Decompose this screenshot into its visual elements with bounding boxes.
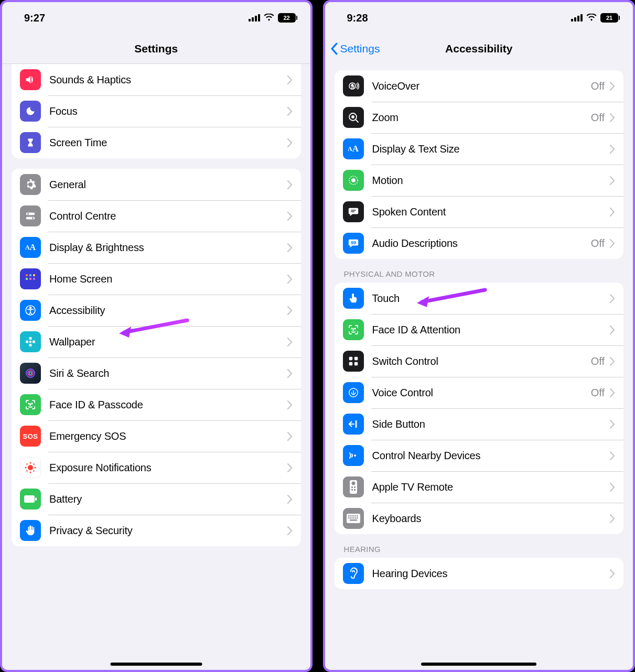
- row-voiceover[interactable]: VoiceOver Off: [335, 70, 624, 102]
- row-privacy-security[interactable]: Privacy & Security: [12, 515, 301, 546]
- page-title: Accessibility: [445, 42, 512, 55]
- row-exposure-notifications[interactable]: Exposure Notifications: [12, 452, 301, 483]
- svg-point-26: [33, 470, 35, 472]
- svg-point-17: [31, 403, 33, 404]
- svg-point-12: [29, 341, 32, 343]
- chevron-right-icon: [610, 113, 615, 122]
- chevron-right-icon: [610, 176, 615, 185]
- chevron-right-icon: [287, 495, 293, 504]
- row-switch-control[interactable]: Switch Control Off: [335, 345, 624, 377]
- chevron-right-icon: [287, 338, 293, 346]
- exposure-icon: [20, 457, 41, 478]
- svg-point-39: [354, 328, 356, 329]
- row-label: Wallpaper: [49, 336, 287, 348]
- svg-rect-50: [354, 486, 356, 488]
- row-display-brightness[interactable]: AA Display & Brightness: [12, 232, 301, 263]
- row-motion[interactable]: Motion: [335, 165, 624, 196]
- row-audio-descriptions[interactable]: 99 Audio Descriptions Off: [335, 227, 624, 259]
- svg-rect-43: [354, 362, 357, 365]
- back-button[interactable]: Settings: [330, 42, 380, 55]
- row-wallpaper[interactable]: Wallpaper: [12, 326, 301, 357]
- section-header-hearing: HEARING: [325, 545, 633, 558]
- row-label: Battery: [49, 493, 287, 505]
- svg-rect-64: [350, 519, 357, 521]
- row-label: Display & Text Size: [372, 143, 610, 155]
- chevron-right-icon: [610, 451, 615, 460]
- svg-point-14: [28, 371, 33, 376]
- row-control-centre[interactable]: Control Centre: [12, 200, 301, 232]
- row-display-text-size[interactable]: AA Display & Text Size: [335, 133, 624, 165]
- svg-rect-5: [29, 274, 31, 276]
- chevron-right-icon: [610, 420, 615, 429]
- row-apple-tv-remote[interactable]: Apple TV Remote: [335, 471, 624, 503]
- row-accessibility[interactable]: Accessibility: [12, 295, 301, 326]
- svg-point-32: [351, 115, 354, 118]
- row-face-id-attention[interactable]: Face ID & Attention: [335, 314, 624, 345]
- chevron-right-icon: [610, 239, 615, 248]
- svg-point-15: [29, 372, 32, 375]
- row-value: Off: [591, 237, 605, 250]
- row-hearing-devices[interactable]: Hearing Devices: [335, 558, 624, 589]
- row-sounds-haptics[interactable]: Sounds & Haptics: [12, 64, 301, 95]
- row-home-screen[interactable]: Home Screen: [12, 263, 301, 295]
- row-label: Display & Brightness: [49, 242, 287, 254]
- row-battery[interactable]: Battery: [12, 483, 301, 515]
- wifi-icon: [264, 12, 274, 24]
- chevron-right-icon: [610, 145, 615, 154]
- row-general[interactable]: General: [12, 169, 301, 200]
- row-focus[interactable]: Focus: [12, 95, 301, 127]
- row-label: Spoken Content: [372, 206, 610, 218]
- speech-bubble-icon: [343, 201, 364, 222]
- row-label: Hearing Devices: [372, 568, 610, 580]
- row-siri-search[interactable]: Siri & Search: [12, 357, 301, 389]
- row-control-nearby[interactable]: Control Nearby Devices: [335, 440, 624, 471]
- svg-text:99: 99: [350, 240, 356, 245]
- row-label: Voice Control: [372, 387, 591, 399]
- row-touch[interactable]: Touch: [335, 283, 624, 314]
- siri-icon: [20, 363, 41, 384]
- sos-icon: SOS: [20, 426, 41, 447]
- text-size-icon: AA: [20, 237, 41, 258]
- status-right: 22: [249, 12, 296, 24]
- svg-rect-58: [357, 515, 358, 517]
- accessibility-content: VoiceOver Off Zoom Off AA Display & Text…: [325, 64, 633, 670]
- switch-control-icon: [343, 351, 364, 372]
- svg-rect-7: [26, 278, 28, 280]
- toggles-icon: [20, 205, 41, 226]
- svg-rect-41: [354, 357, 357, 360]
- row-label: Siri & Search: [49, 367, 287, 380]
- chevron-right-icon: [610, 294, 615, 303]
- left-screenshot: 9:27 22 Settings Sounds & Haptics Focus …: [0, 0, 313, 672]
- row-face-id-passcode[interactable]: Face ID & Passcode: [12, 389, 301, 420]
- chevron-right-icon: [287, 306, 293, 315]
- settings-content: Sounds & Haptics Focus Screen Time Gener…: [2, 64, 310, 670]
- chevron-right-icon: [610, 569, 615, 578]
- chevron-right-icon: [610, 483, 615, 492]
- row-label: Emergency SOS: [49, 430, 287, 442]
- svg-rect-42: [349, 362, 352, 365]
- row-spoken-content[interactable]: Spoken Content: [335, 196, 624, 227]
- row-label: Screen Time: [49, 137, 287, 149]
- row-screen-time[interactable]: Screen Time: [12, 127, 301, 158]
- row-zoom[interactable]: Zoom Off: [335, 102, 624, 133]
- row-side-button[interactable]: Side Button: [335, 408, 624, 440]
- chevron-right-icon: [287, 243, 293, 252]
- row-label: Sounds & Haptics: [49, 74, 287, 86]
- voice-control-icon: [343, 382, 364, 403]
- row-value: Off: [591, 80, 605, 92]
- section-header-physical: PHYSICAL AND MOTOR: [325, 269, 633, 283]
- row-emergency-sos[interactable]: SOS Emergency SOS: [12, 420, 301, 452]
- svg-point-34: [352, 179, 355, 182]
- speaker-icon: [20, 69, 41, 90]
- row-voice-control[interactable]: Voice Control Off: [335, 377, 624, 408]
- svg-rect-36: [351, 211, 354, 212]
- settings-group-general: General Control Centre AA Display & Brig…: [12, 169, 301, 546]
- svg-point-25: [26, 470, 28, 472]
- row-keyboards[interactable]: Keyboards: [335, 503, 624, 534]
- svg-point-38: [351, 328, 352, 329]
- svg-point-24: [33, 463, 35, 465]
- svg-point-3: [32, 218, 34, 219]
- chevron-right-icon: [287, 432, 293, 441]
- keyboard-icon: [343, 508, 364, 529]
- row-label: Side Button: [372, 418, 610, 430]
